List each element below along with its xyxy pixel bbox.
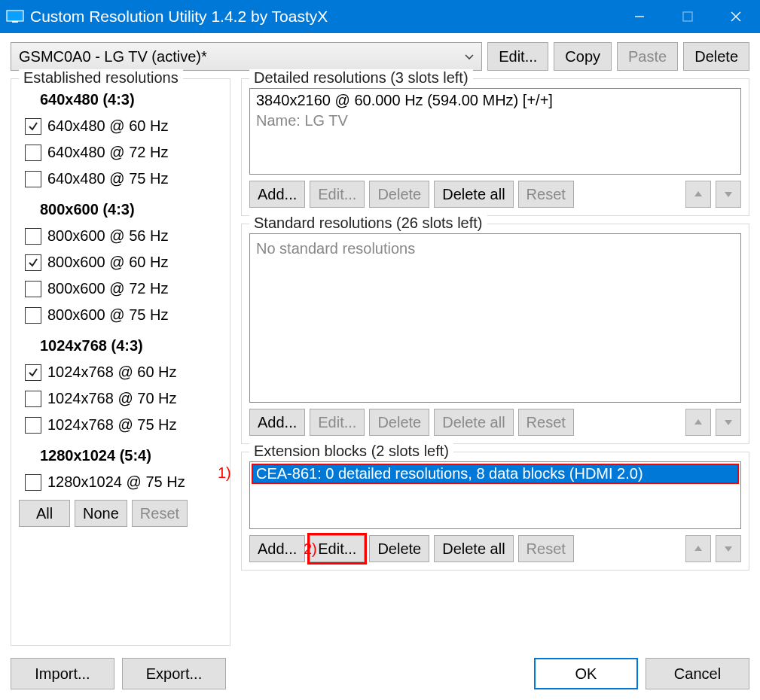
est-header-1024: 1024x768 (4:3) — [40, 337, 222, 355]
standard-add-button[interactable]: Add... — [249, 409, 305, 436]
svg-rect-3 — [683, 12, 692, 21]
import-button[interactable]: Import... — [11, 658, 114, 689]
est-1024-60[interactable]: 1024x768 @ 60 Hz — [25, 364, 222, 381]
est-label: 640x480 @ 72 Hz — [47, 144, 168, 161]
extension-move-down — [716, 535, 741, 562]
est-label: 1280x1024 @ 75 Hz — [47, 473, 185, 491]
checkbox-icon — [25, 254, 41, 271]
est-1280-75[interactable]: 1280x1024 @ 75 Hz — [25, 473, 222, 491]
checkbox-icon — [25, 281, 41, 297]
standard-group: Standard resolutions (26 slots left) No … — [241, 224, 749, 444]
est-label: 1024x768 @ 60 Hz — [47, 364, 177, 381]
ok-button[interactable]: OK — [534, 658, 638, 689]
copy-display-button[interactable]: Copy — [554, 42, 612, 71]
window-title: Custom Resolution Utility 1.4.2 by Toast… — [30, 8, 615, 26]
checkbox-icon — [25, 171, 41, 187]
detailed-reset-button: Reset — [518, 181, 574, 208]
extension-item[interactable]: CEA-861: 0 detailed resolutions, 8 data … — [252, 464, 739, 484]
app-icon — [6, 10, 24, 23]
checkbox-icon — [25, 145, 41, 161]
paste-display-button: Paste — [617, 42, 678, 71]
est-reset-button: Reset — [132, 500, 188, 527]
est-none-button[interactable]: None — [75, 500, 127, 527]
checkbox-icon — [25, 391, 41, 407]
est-640-75[interactable]: 640x480 @ 75 Hz — [25, 170, 222, 187]
standard-move-down — [716, 409, 741, 436]
est-640-72[interactable]: 640x480 @ 72 Hz — [25, 144, 222, 161]
checkbox-icon — [25, 474, 41, 491]
extension-reset-button: Reset — [518, 535, 574, 562]
checkbox-icon — [25, 118, 41, 135]
annotation-1: 1) — [218, 464, 231, 482]
established-group: Established resolutions 640x480 (4:3) 64… — [11, 78, 230, 646]
export-button[interactable]: Export... — [122, 658, 226, 689]
est-label: 800x600 @ 72 Hz — [47, 280, 168, 297]
est-all-button[interactable]: All — [19, 500, 70, 527]
detailed-list[interactable]: 3840x2160 @ 60.000 Hz (594.00 MHz) [+/+]… — [249, 88, 741, 175]
svg-rect-0 — [7, 11, 23, 21]
standard-list[interactable]: No standard resolutions — [249, 233, 741, 403]
extension-add-button[interactable]: Add... — [249, 535, 305, 562]
detailed-edit-button: Edit... — [310, 181, 365, 208]
display-select-text: GSMC0A0 - LG TV (active)* — [19, 48, 465, 65]
est-640-60[interactable]: 640x480 @ 60 Hz — [25, 117, 222, 135]
standard-delete-button: Delete — [369, 409, 429, 436]
est-label: 640x480 @ 75 Hz — [47, 170, 168, 187]
est-1024-70[interactable]: 1024x768 @ 70 Hz — [25, 390, 222, 407]
standard-deleteall-button: Delete all — [434, 409, 513, 436]
est-label: 1024x768 @ 75 Hz — [47, 416, 177, 434]
detailed-item-name[interactable]: Name: LG TV — [252, 111, 739, 131]
est-800-60[interactable]: 800x600 @ 60 Hz — [25, 254, 222, 271]
standard-legend: Standard resolutions (26 slots left) — [249, 215, 487, 232]
est-label: 800x600 @ 56 Hz — [47, 227, 168, 245]
extension-edit-button[interactable]: Edit... — [310, 535, 365, 562]
est-label: 640x480 @ 60 Hz — [47, 117, 168, 135]
standard-move-up — [685, 409, 711, 436]
delete-display-button[interactable]: Delete — [683, 42, 749, 71]
extension-list[interactable]: CEA-861: 0 detailed resolutions, 8 data … — [249, 461, 741, 529]
standard-placeholder: No standard resolutions — [252, 236, 739, 262]
detailed-move-up — [685, 181, 711, 208]
annotation-2: 2) — [304, 540, 317, 558]
checkbox-icon — [25, 307, 41, 324]
window-controls — [615, 0, 760, 33]
extension-move-up — [685, 535, 711, 562]
est-header-800: 800x600 (4:3) — [40, 201, 222, 218]
extension-legend: Extension blocks (2 slots left) — [249, 443, 453, 460]
extension-group: Extension blocks (2 slots left) 1) CEA-8… — [241, 452, 749, 571]
titlebar: Custom Resolution Utility 1.4.2 by Toast… — [0, 0, 760, 33]
svg-rect-1 — [12, 21, 18, 23]
est-header-640: 640x480 (4:3) — [40, 91, 222, 108]
minimize-button[interactable] — [615, 0, 664, 33]
close-button[interactable] — [712, 0, 760, 33]
est-label: 1024x768 @ 70 Hz — [47, 390, 177, 407]
checkbox-icon — [25, 364, 41, 381]
detailed-deleteall-button[interactable]: Delete all — [434, 181, 513, 208]
checkbox-icon — [25, 228, 41, 245]
cancel-button[interactable]: Cancel — [646, 658, 749, 689]
est-1024-75[interactable]: 1024x768 @ 75 Hz — [25, 416, 222, 434]
est-800-56[interactable]: 800x600 @ 56 Hz — [25, 227, 222, 245]
maximize-button[interactable] — [664, 0, 712, 33]
display-select[interactable]: GSMC0A0 - LG TV (active)* — [11, 42, 482, 71]
extension-deleteall-button[interactable]: Delete all — [434, 535, 513, 562]
est-label: 800x600 @ 75 Hz — [47, 306, 168, 324]
detailed-move-down — [716, 181, 741, 208]
standard-reset-button: Reset — [518, 409, 574, 436]
standard-edit-button: Edit... — [310, 409, 365, 436]
edit-display-button[interactable]: Edit... — [487, 42, 548, 71]
chevron-down-icon — [465, 50, 474, 62]
detailed-delete-button: Delete — [369, 181, 429, 208]
detailed-group: Detailed resolutions (3 slots left) 3840… — [241, 78, 749, 216]
est-800-72[interactable]: 800x600 @ 72 Hz — [25, 280, 222, 297]
established-legend: Established resolutions — [19, 69, 183, 87]
detailed-add-button[interactable]: Add... — [249, 181, 305, 208]
est-label: 800x600 @ 60 Hz — [47, 254, 168, 271]
detailed-item[interactable]: 3840x2160 @ 60.000 Hz (594.00 MHz) [+/+] — [252, 90, 739, 111]
est-header-1280: 1280x1024 (5:4) — [40, 447, 222, 464]
est-800-75[interactable]: 800x600 @ 75 Hz — [25, 306, 222, 324]
extension-delete-button[interactable]: Delete — [369, 535, 429, 562]
checkbox-icon — [25, 417, 41, 434]
detailed-legend: Detailed resolutions (3 slots left) — [249, 69, 473, 87]
